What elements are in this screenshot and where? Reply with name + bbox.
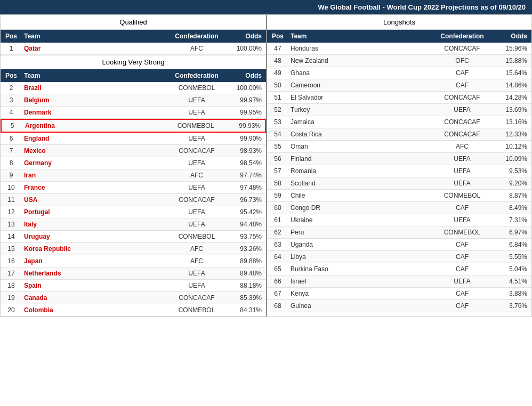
pos: 17	[1, 267, 22, 279]
conf: UEFA	[167, 94, 226, 106]
lvs-row: 19CanadaCONCACAF85.39%	[1, 292, 266, 304]
odds: 99.97%	[226, 94, 266, 106]
col-header-pos: Pos	[267, 30, 288, 43]
lvs-row: 18SpainUEFA88.18%	[1, 280, 266, 292]
lvs-row: 13ItalyUEFA94.48%	[1, 218, 266, 231]
longshots-row: 55OmanAFC10.12%	[267, 141, 531, 153]
odds: 85.39%	[226, 292, 266, 304]
conf: CONMEBOL	[433, 226, 491, 238]
col-header-conf: Confederation	[167, 30, 226, 43]
team-name: Peru	[288, 226, 433, 238]
pos: 64	[267, 251, 288, 263]
pos: 4	[1, 107, 22, 118]
lvs-row: 16JapanAFC89.88%	[1, 255, 266, 267]
team-name: Iran	[22, 169, 167, 181]
pos: 2	[1, 82, 22, 94]
lvs-row: 7MexicoCONCACAF98.93%	[1, 145, 266, 157]
conf: CONMEBOL	[166, 120, 225, 132]
team-name: Cameroon	[288, 79, 433, 91]
longshots-row: 47HondurasCONCACAF15.96%	[267, 43, 531, 55]
pos: 13	[1, 218, 22, 230]
conf: CAF	[433, 251, 491, 263]
col-header-conf: Confederation	[433, 30, 491, 43]
pos: 50	[267, 79, 288, 91]
conf: CONCACAF	[167, 194, 226, 206]
odds: 5.55%	[491, 251, 531, 263]
pos: 65	[267, 263, 288, 275]
conf: CONCACAF	[167, 145, 226, 157]
longshots-row: 57RomaniaUEFA9.53%	[267, 165, 531, 177]
longshots-row: 63UgandaCAF6.84%	[267, 239, 531, 251]
longshots-row: 66IsraelUEFA4.51%	[267, 275, 531, 288]
odds: 8.87%	[491, 190, 531, 201]
conf: UEFA	[167, 267, 226, 279]
team-name: Qatar	[22, 43, 167, 54]
pos: 18	[1, 280, 22, 291]
odds: 97.74%	[226, 169, 266, 181]
longshots-col-headers: Pos Team Confederation Odds	[267, 30, 531, 43]
longshots-row: 49GhanaCAF15.64%	[267, 67, 531, 79]
odds: 9.20%	[491, 177, 531, 189]
qualified-col-headers: Pos Team Confederation Odds	[1, 30, 266, 43]
odds: 99.93%	[225, 120, 265, 132]
odds: 93.75%	[226, 231, 266, 242]
pos: 10	[1, 182, 22, 193]
conf: AFC	[167, 43, 226, 54]
team-name: Netherlands	[22, 267, 167, 279]
odds: 4.51%	[491, 275, 531, 287]
odds: 99.95%	[226, 107, 266, 118]
team-name: Israel	[288, 275, 433, 287]
odds: 3.76%	[491, 300, 531, 312]
longshots-row: 60Congo DRCAF8.49%	[267, 202, 531, 214]
team-name: Uganda	[288, 239, 433, 250]
odds: 98.93%	[226, 145, 266, 157]
odds: 99.90%	[226, 133, 266, 144]
lvs-col-headers: Pos Team Confederation Odds	[1, 69, 266, 82]
team-name: Colombia	[22, 304, 167, 316]
pos: 61	[267, 214, 288, 226]
team-name: Denmark	[22, 107, 167, 118]
odds: 14.28%	[491, 92, 531, 103]
conf: AFC	[167, 243, 226, 255]
team-name: Uruguay	[22, 231, 167, 242]
longshots-row: 65Burkina FasoCAF5.04%	[267, 263, 531, 275]
team-name: Argentina	[23, 120, 166, 132]
conf: CAF	[433, 67, 491, 79]
pos: 68	[267, 300, 288, 312]
pos: 58	[267, 177, 288, 189]
pos: 49	[267, 67, 288, 79]
conf: CAF	[433, 263, 491, 275]
conf: UEFA	[433, 153, 491, 165]
team-name: Guinea	[288, 300, 433, 312]
col-header-pos: Pos	[1, 30, 22, 43]
col-header-odds: Odds	[491, 30, 531, 43]
team-name: Turkey	[288, 104, 433, 116]
odds: 88.18%	[226, 280, 266, 291]
conf: CONMEBOL	[167, 304, 226, 316]
odds: 89.88%	[226, 255, 266, 267]
pos: 55	[267, 141, 288, 152]
pos: 62	[267, 226, 288, 238]
longshots-row: 54Costa RicaCONCACAF12.33%	[267, 128, 531, 141]
odds: 7.31%	[491, 214, 531, 226]
team-name: Scotland	[288, 177, 433, 189]
odds: 100.00%	[226, 43, 266, 54]
col-header-team: Team	[22, 30, 167, 43]
lvs-row: 6EnglandUEFA99.90%	[1, 133, 266, 145]
longshots-row: 67KenyaCAF3.88%	[267, 288, 531, 300]
pos: 5	[2, 120, 23, 132]
longshots-header: Longshots	[267, 15, 531, 30]
longshots-row: 61UkraineUEFA7.31%	[267, 214, 531, 226]
lvs-row: 2BrazilCONMEBOL100.00%	[1, 82, 266, 94]
conf: CAF	[433, 202, 491, 214]
lvs-row: 3BelgiumUEFA99.97%	[1, 94, 266, 107]
conf: OFC	[433, 55, 491, 67]
conf: UEFA	[433, 275, 491, 287]
odds: 10.12%	[491, 141, 531, 152]
team-name: Korea Republic	[22, 243, 167, 255]
pos: 15	[1, 243, 22, 255]
qualified-header: Qualified	[1, 15, 266, 30]
pos: 57	[267, 165, 288, 177]
team-name: Costa Rica	[288, 128, 433, 140]
team-name: Burkina Faso	[288, 263, 433, 275]
